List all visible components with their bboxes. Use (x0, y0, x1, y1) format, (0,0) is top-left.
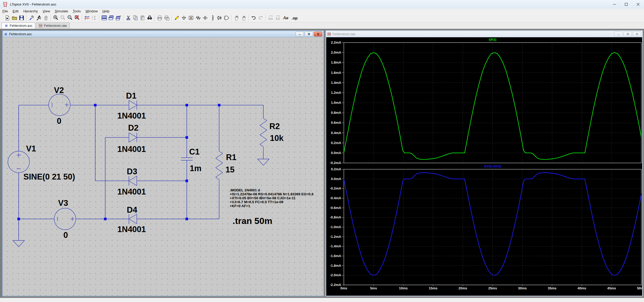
component-button[interactable] (223, 14, 230, 22)
y-tick-label: -0.4mA (330, 196, 341, 200)
schematic-restore-button[interactable] (305, 32, 313, 37)
tab-fehlerstrom-raw[interactable]: Fehlerstrom.raw (36, 23, 70, 29)
cut-button[interactable] (125, 14, 132, 22)
v3-name[interactable]: V3 (58, 198, 68, 208)
c1-name[interactable]: C1 (189, 147, 200, 156)
d2-name[interactable]: D2 (128, 123, 139, 132)
waveform-minimize-button[interactable] (614, 32, 623, 37)
waveform-close-button[interactable] (633, 32, 641, 37)
tile-horizontally-button[interactable] (100, 14, 108, 22)
schematic-minimize-button[interactable] (295, 32, 304, 37)
tab-label: Fehlerstrom.raw (44, 24, 67, 28)
d2-value[interactable]: 1N4001 (117, 145, 146, 154)
v1-value[interactable]: SINE(0 21 50) (23, 172, 75, 181)
v2-value[interactable]: 0 (57, 116, 61, 126)
schematic-canvas[interactable]: V2 0 V1 SINE(0 21 50) V3 0 D1 1N4001 D2 … (3, 37, 323, 296)
menu-view[interactable]: View (40, 9, 52, 14)
d1-diode-symbol[interactable] (129, 100, 137, 110)
print-button[interactable] (156, 14, 163, 22)
open-file-button[interactable] (11, 14, 18, 22)
r2-resistor-symbol[interactable] (260, 118, 267, 151)
r1-resistor-symbol[interactable] (216, 151, 223, 184)
menu-simulate[interactable]: Simulate (52, 9, 71, 14)
d3-diode-symbol[interactable] (129, 176, 137, 186)
document-tabbar: Fehlerstrom.asc Fehlerstrom.raw (0, 22, 644, 29)
c1-capacitor-symbol[interactable] (181, 158, 193, 160)
r1-name[interactable]: R1 (226, 153, 237, 162)
diode-button[interactable] (216, 14, 223, 22)
ground-button[interactable] (180, 14, 187, 22)
redo-button[interactable] (257, 14, 264, 22)
app-maximize-button[interactable] (620, 0, 632, 8)
d1-value[interactable]: 1N4001 (117, 111, 146, 120)
d4-value[interactable]: 1N4001 (117, 225, 146, 234)
menu-file[interactable]: File (0, 9, 10, 14)
d2-diode-symbol[interactable] (129, 133, 137, 142)
save-button[interactable] (18, 14, 25, 22)
spice-directive-button[interactable]: .op (290, 14, 299, 22)
tab-fehlerstrom-asc[interactable]: Fehlerstrom.asc (2, 23, 35, 29)
v3-value[interactable]: 0 (63, 231, 68, 240)
d3-name[interactable]: D3 (127, 167, 137, 176)
menu-tools[interactable]: Tools (71, 9, 83, 14)
y-tick-label: -0.6mA (330, 206, 341, 210)
cascade-windows-button[interactable] (108, 14, 115, 22)
r1-value[interactable]: 15 (225, 165, 234, 174)
label-net-button[interactable]: A (187, 14, 194, 22)
c1-value[interactable]: 1m (190, 164, 202, 173)
menu-hierarchy[interactable]: Hierarchy (21, 9, 40, 14)
schematic-close-button[interactable] (314, 32, 322, 37)
waveform-window-titlebar[interactable]: Fehlerstrom.raw (326, 31, 642, 37)
d4-name[interactable]: D4 (127, 205, 137, 214)
halt-button[interactable] (42, 14, 49, 22)
v1-name[interactable]: V1 (26, 144, 36, 153)
zoom-out-button[interactable] (66, 14, 73, 22)
capacitor-button[interactable] (202, 14, 209, 22)
waveform-canvas[interactable]: 2.2mA2.0mA1.8mA1.6mA1.4mA1.2mA1.0mA0.8mA… (326, 37, 642, 296)
move-button[interactable] (233, 14, 240, 22)
model-directive-text[interactable]: .MODEL 1N4001 d +IS=1.22478e-08 RS=0.041… (230, 188, 314, 208)
find-button[interactable] (146, 14, 153, 22)
zoom-back-button[interactable] (59, 14, 66, 22)
d1-name[interactable]: D1 (126, 91, 137, 100)
app-minimize-button[interactable] (608, 0, 620, 8)
new-schematic-button[interactable] (4, 14, 11, 22)
waveform-restore-button[interactable] (623, 32, 632, 37)
menu-help[interactable]: Help (100, 9, 112, 14)
undo-button[interactable] (250, 14, 257, 22)
r2-value[interactable]: 10k (270, 134, 284, 143)
zoom-in-button[interactable] (52, 14, 59, 22)
drag-button[interactable] (240, 14, 247, 22)
text-tool-button[interactable]: Aa (281, 14, 290, 22)
y-tick-label: 0.2mA (331, 167, 341, 171)
print-preview-button[interactable] (163, 14, 170, 22)
y-tick-label: -1.2mA (330, 235, 341, 239)
menu-window[interactable]: Window (83, 9, 100, 14)
resistor-button[interactable] (194, 14, 202, 22)
svg-text:+VJ=0.7 M=0.5 FC=0.5 TT=1e-09: +VJ=0.7 M=0.5 FC=0.5 TT=1e-09 (230, 200, 283, 204)
schematic-window-titlebar[interactable]: Fehlerstrom.asc (3, 31, 323, 37)
y-tick-label: -0.2mA (330, 186, 341, 190)
control-panel-button[interactable] (28, 14, 35, 22)
tile-vertically-button[interactable] (115, 14, 122, 22)
r2-name[interactable]: R2 (269, 122, 280, 131)
rotate-icon[interactable]: EƎ (274, 14, 281, 22)
mirror-icon[interactable]: Em (267, 14, 274, 22)
menu-edit[interactable]: Edit (10, 9, 21, 14)
app-close-button[interactable] (632, 0, 644, 8)
d4-diode-symbol[interactable] (129, 214, 137, 224)
schematic-window-title: Fehlerstrom.asc (9, 32, 32, 36)
tran-directive-text[interactable]: .tran 50m (233, 216, 272, 226)
copy-button[interactable] (132, 14, 139, 22)
autorange-y-button[interactable] (90, 14, 98, 22)
waveform-window: Fehlerstrom.raw 2.2mA2.0mA1.8mA1.6mA1.4m… (325, 30, 643, 296)
trace-I(V2)+I(V3) (344, 173, 641, 275)
wire-button[interactable] (173, 14, 180, 22)
inductor-button[interactable] (209, 14, 216, 22)
zoom-full-extents-button[interactable] (73, 14, 80, 22)
waveform-settings-button[interactable] (83, 14, 90, 22)
paste-button[interactable] (139, 14, 146, 22)
d3-value[interactable]: 1N4001 (117, 187, 146, 196)
run-button[interactable] (35, 14, 42, 22)
v2-name[interactable]: V2 (54, 86, 64, 95)
